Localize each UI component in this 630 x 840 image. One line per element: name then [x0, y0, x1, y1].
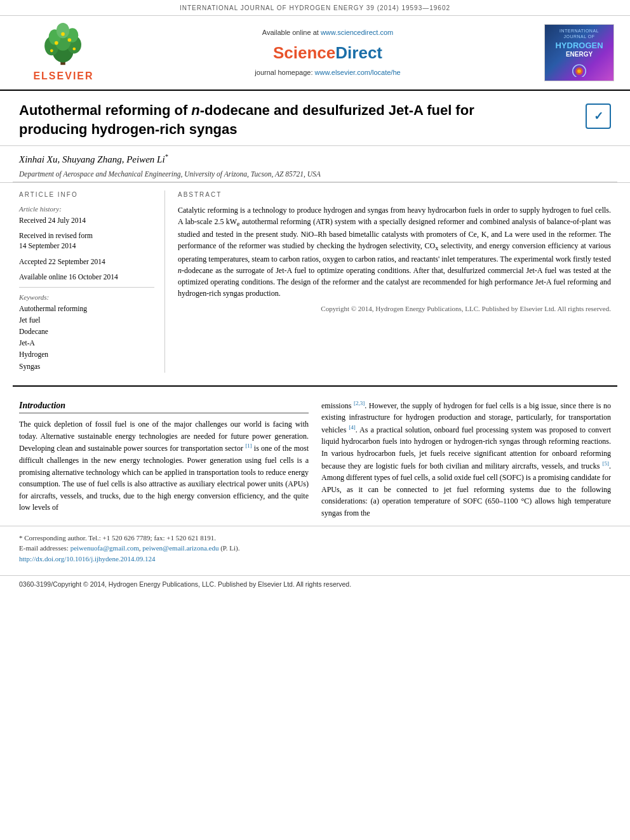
keyword-6: Syngas	[19, 361, 154, 371]
journal-homepage-text: journal homepage: www.elsevier.com/locat…	[255, 68, 400, 77]
article-title-section: Autothermal reforming of n-dodecane and …	[0, 91, 630, 145]
ref-5[interactable]: [5]	[603, 460, 610, 467]
ref-2-3[interactable]: [2,3]	[354, 400, 365, 406]
intro-left-column: Introduction The quick depletion of foss…	[19, 399, 309, 519]
keywords-list: Autothermal reforming Jet fuel Dodecane …	[19, 303, 154, 371]
article-title: Autothermal reforming of n-dodecane and …	[19, 101, 514, 138]
accepted-date: Accepted 22 September 2014	[19, 257, 154, 267]
corresponding-marker: *	[165, 153, 168, 160]
journal-cover-title: HYDROGEN ENERGY	[555, 41, 603, 58]
intro-right-text: emissions [2,3]. However, the supply of …	[321, 399, 611, 519]
sciencedirect-url[interactable]: www.sciencedirect.com	[321, 29, 393, 36]
keyword-1: Autothermal reforming	[19, 303, 154, 314]
crossmark-icon: ✓	[586, 103, 611, 129]
issn-text: 0360-3199/Copyright © 2014, Hydrogen Ene…	[19, 580, 351, 589]
elsevier-tree-icon	[38, 22, 89, 67]
doi-link[interactable]: http://dx.doi.org/10.1016/j.ijhydene.201…	[19, 555, 156, 563]
bottom-bar: 0360-3199/Copyright © 2014, Hydrogen Ene…	[0, 575, 630, 593]
elsevier-text: ELSEVIER	[33, 69, 93, 83]
history-label: Article history:	[19, 204, 154, 214]
footnotes-section: * Corresponding author. Tel.: +1 520 626…	[0, 526, 630, 571]
cover-decoration	[560, 61, 598, 77]
journal-cover-top-text: INTERNATIONALJOURNAL OF	[560, 29, 599, 39]
sciencedirect-area: Available online at www.sciencedirect.co…	[121, 22, 535, 83]
journal-info-text: INTERNATIONAL JOURNAL OF HYDROGEN ENERGY…	[180, 4, 450, 11]
keyword-3: Dodecane	[19, 326, 154, 337]
article-info-heading: ARTICLE INFO	[19, 190, 154, 199]
journal-cover-area: INTERNATIONALJOURNAL OF HYDROGEN ENERGY	[541, 22, 617, 83]
main-divider	[13, 385, 617, 387]
ref-1[interactable]: [1]	[245, 443, 252, 449]
received-date: Received 24 July 2014	[19, 215, 154, 225]
keywords-label: Keywords:	[19, 293, 154, 302]
svg-point-10	[61, 32, 65, 36]
authors-section: Xinhai Xu, Shuyang Zhang, Peiwen Li* Dep…	[0, 146, 630, 182]
keyword-5: Hydrogen	[19, 349, 154, 359]
ref-4[interactable]: [4]	[349, 424, 356, 430]
svg-point-11	[50, 49, 53, 52]
email-link-1[interactable]: peiwenuofa@gmail.com	[70, 544, 139, 552]
revised-label: Received in revised form 14 September 20…	[19, 230, 154, 251]
energy-text: ENERGY	[555, 51, 603, 58]
article-info-abstract-section: ARTICLE INFO Article history: Received 2…	[0, 182, 630, 380]
sciencedirect-logo: ScienceDirect	[273, 41, 382, 64]
svg-point-15	[577, 69, 581, 73]
affiliation-text: Department of Aerospace and Mechanical E…	[19, 169, 611, 179]
direct-text: Direct	[335, 43, 382, 62]
abstract-text: Catalytic reforming is a technology to p…	[178, 204, 611, 299]
available-online-date: Available online 16 October 2014	[19, 272, 154, 282]
science-text: Science	[273, 43, 335, 62]
elsevier-logo: ELSEVIER	[33, 22, 93, 83]
available-online-text: Available online at www.sciencedirect.co…	[262, 28, 393, 37]
introduction-section: Introduction The quick depletion of foss…	[0, 392, 630, 519]
svg-point-12	[72, 48, 76, 51]
svg-point-7	[57, 23, 70, 38]
intro-right-column: emissions [2,3]. However, the supply of …	[321, 399, 611, 519]
journal-homepage-url[interactable]: www.elsevier.com/locate/he	[315, 69, 401, 76]
footnote-email: E-mail addresses: peiwenuofa@gmail.com, …	[19, 543, 611, 554]
footnote-corresponding: * Corresponding author. Tel.: +1 520 626…	[19, 533, 611, 543]
elsevier-logo-area: ELSEVIER	[13, 22, 114, 83]
keyword-4: Jet-A	[19, 338, 154, 348]
footnote-doi: http://dx.doi.org/10.1016/j.ijhydene.201…	[19, 554, 611, 564]
journal-cover-image: INTERNATIONALJOURNAL OF HYDROGEN ENERGY	[544, 24, 614, 81]
email-link-2[interactable]: peiwen@email.arizona.edu	[142, 544, 218, 552]
hydrogen-text: HYDROGEN	[555, 41, 603, 51]
crossmark-badge[interactable]: ✓	[586, 103, 611, 129]
svg-point-8	[55, 41, 58, 45]
journal-header-bar: INTERNATIONAL JOURNAL OF HYDROGEN ENERGY…	[0, 0, 630, 16]
abstract-copyright: Copyright © 2014, Hydrogen Energy Public…	[178, 304, 611, 314]
intro-left-text: The quick depletion of fossil fuel is on…	[19, 418, 309, 514]
authors-text: Xinhai Xu, Shuyang Zhang, Peiwen Li*	[19, 152, 611, 166]
page-header: ELSEVIER Available online at www.science…	[0, 16, 630, 91]
abstract-column: ABSTRACT Catalytic reforming is a techno…	[178, 190, 611, 373]
svg-point-9	[68, 38, 72, 42]
abstract-heading: ABSTRACT	[178, 190, 611, 199]
introduction-title: Introduction	[19, 399, 309, 414]
keyword-2: Jet fuel	[19, 315, 154, 325]
article-info-column: ARTICLE INFO Article history: Received 2…	[19, 190, 165, 373]
